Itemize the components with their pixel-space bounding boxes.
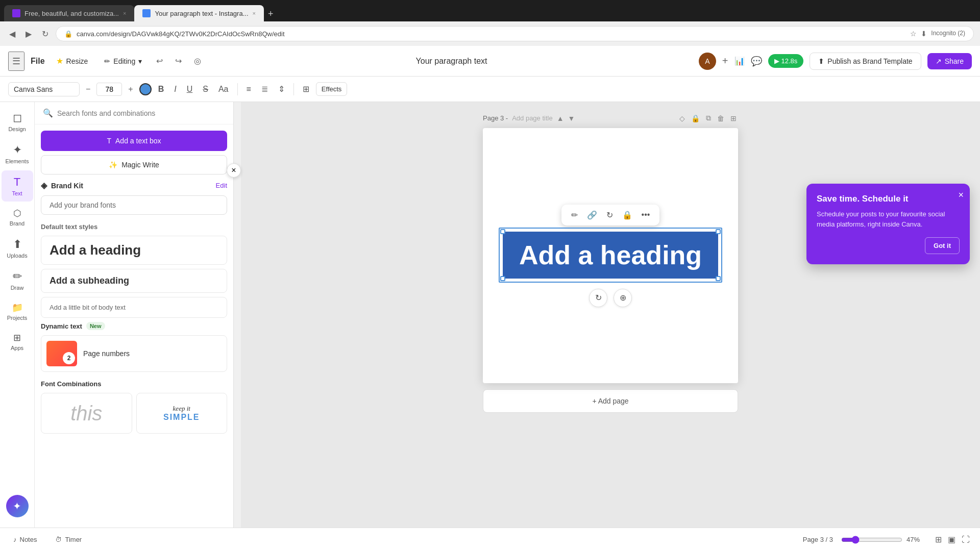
grid-view-button[interactable]: ⊞ xyxy=(933,533,944,546)
link-button[interactable]: 🔗 xyxy=(584,209,600,221)
more-options-button[interactable]: ••• xyxy=(639,209,653,221)
sidebar-item-design[interactable]: ◻ Design xyxy=(2,106,33,137)
notification-got-it-button[interactable]: Got it xyxy=(925,237,960,254)
handle-top-left[interactable] xyxy=(500,229,505,234)
font-selector[interactable]: Canva Sans xyxy=(8,82,80,96)
notification-title: Save time. Schedule it xyxy=(817,194,960,204)
delete-page-button[interactable]: 🗑 xyxy=(716,112,726,124)
brand-fonts-button[interactable]: Add your brand fonts xyxy=(41,195,227,215)
notes-button[interactable]: ♪ Notes xyxy=(8,533,42,546)
avatar[interactable]: A xyxy=(699,53,716,70)
underline-button[interactable]: U xyxy=(183,82,197,96)
redo-button[interactable]: ↪ xyxy=(172,53,185,69)
analytics-button[interactable]: 📊 xyxy=(734,56,745,66)
tab-label-2: Your paragraph text - Instagra... xyxy=(155,10,248,17)
lock-page-button[interactable]: 🔒 xyxy=(690,112,701,124)
font-size-input[interactable] xyxy=(96,83,122,96)
brand-kit-edit-button[interactable]: Edit xyxy=(216,182,227,189)
canvas-page[interactable]: ✏ 🔗 ↻ 🔒 ••• Add a heading xyxy=(483,128,738,383)
sidebar-item-text[interactable]: T Text xyxy=(2,170,33,202)
handle-bottom-right[interactable] xyxy=(716,276,721,281)
list-button[interactable]: ≣ xyxy=(258,82,272,96)
subheading-style-item[interactable]: Add a subheading xyxy=(41,269,227,293)
page-down-button[interactable]: ▼ xyxy=(568,114,575,122)
handle-top-right[interactable] xyxy=(716,229,721,234)
refresh-button[interactable]: ↻ xyxy=(39,27,52,41)
resize-button[interactable]: ★ Resize xyxy=(51,53,93,69)
add-textbox-button[interactable]: T Add a text box xyxy=(41,131,227,151)
browser-tab-1[interactable]: Free, beautiful, and customiza... × xyxy=(4,5,134,21)
magic-assistant-button[interactable]: ✦ xyxy=(6,495,29,517)
publish-icon: ⬆ xyxy=(818,57,824,65)
share-button[interactable]: ↗ Share xyxy=(927,53,972,69)
canvas-area[interactable]: Page 3 - Add page title ▲ ▼ ◇ 🔒 ⧉ 🗑 ⊞ ✏ … xyxy=(241,102,980,528)
add-page-button[interactable]: + Add page xyxy=(483,389,738,413)
page-title-placeholder[interactable]: Add page title xyxy=(512,114,553,122)
element-rotate-button[interactable]: ↻ xyxy=(589,289,607,307)
secure-icon: 🔒 xyxy=(64,30,72,38)
sidebar-item-apps[interactable]: ⊞ Apps xyxy=(2,327,33,356)
resize-star-icon: ★ xyxy=(56,56,63,66)
back-button[interactable]: ◀ xyxy=(6,27,18,41)
sidebar-item-elements[interactable]: ✦ Elements xyxy=(2,138,33,169)
zoom-slider[interactable] xyxy=(841,536,902,544)
lock-element-button[interactable]: 🔒 xyxy=(620,209,635,221)
rotate-button[interactable]: ↻ xyxy=(604,209,616,221)
font-combo-item-2[interactable]: keep it SIMPLE xyxy=(136,393,228,434)
text-color-button[interactable] xyxy=(139,83,152,95)
view-code-button[interactable]: ◇ xyxy=(678,112,687,124)
align-button[interactable]: ≡ xyxy=(243,82,255,96)
fullscreen-button[interactable]: ⛶ xyxy=(960,533,972,546)
browser-tab-2[interactable]: Your paragraph text - Instagra... × xyxy=(134,5,264,21)
tab-close-2[interactable]: × xyxy=(253,10,256,16)
handle-bottom-left[interactable] xyxy=(500,276,505,281)
address-bar[interactable]: 🔒 canva.com/design/DAGVwk84gKQ/2TWv0K2Dr… xyxy=(56,26,974,41)
bookmark-icon[interactable]: ☆ xyxy=(910,30,917,38)
heading-text[interactable]: Add a heading xyxy=(503,232,718,279)
page-controls: ◇ 🔒 ⧉ 🗑 ⊞ xyxy=(678,112,738,124)
page-numbers-item[interactable]: 2 Page numbers xyxy=(41,335,227,372)
comment-button[interactable]: 💬 xyxy=(751,56,762,67)
italic-button[interactable]: I xyxy=(170,82,180,96)
spacing-button[interactable]: ⇕ xyxy=(275,82,288,96)
more-page-options-button[interactable]: ⊞ xyxy=(729,112,738,124)
sidebar-item-uploads[interactable]: ⬆ Uploads xyxy=(2,233,33,264)
page-up-button[interactable]: ▲ xyxy=(557,114,564,122)
font-size-increase-button[interactable]: + xyxy=(125,83,136,96)
add-collaborator-button[interactable]: + xyxy=(722,55,728,67)
search-input[interactable] xyxy=(57,109,225,117)
grid-button[interactable]: ⊞ xyxy=(299,82,313,96)
copy-page-button[interactable]: ⧉ xyxy=(704,112,713,124)
bold-button[interactable]: B xyxy=(155,82,168,96)
hamburger-button[interactable]: ☰ xyxy=(8,52,24,71)
editing-button[interactable]: ✏ Editing ▾ xyxy=(99,54,147,68)
magic-write-button[interactable]: ✨ Magic Write xyxy=(41,155,227,174)
add-tab-button[interactable]: + xyxy=(264,7,278,21)
edit-element-button[interactable]: ✏ xyxy=(569,209,580,221)
canvas-heading-element[interactable]: Add a heading xyxy=(503,232,718,279)
forward-button[interactable]: ▶ xyxy=(22,27,35,41)
undo-button[interactable]: ↩ xyxy=(153,53,166,69)
strikethrough-button[interactable]: S xyxy=(199,82,212,96)
present-button[interactable]: ▶ 12.8s xyxy=(768,54,804,68)
timer-button[interactable]: ⏱ Timer xyxy=(50,533,87,546)
case-button[interactable]: Aa xyxy=(215,82,232,96)
font-combo-item-1[interactable]: this xyxy=(41,393,132,434)
font-size-decrease-button[interactable]: − xyxy=(83,83,93,96)
download-icon[interactable]: ⬇ xyxy=(921,30,927,38)
sidebar-item-projects[interactable]: 📁 Projects xyxy=(2,297,33,326)
sidebar-item-brand[interactable]: ⬡ Brand xyxy=(2,203,33,232)
body-style-item[interactable]: Add a little bit of body text xyxy=(41,297,227,318)
brand-kit-title-text: Brand Kit xyxy=(51,182,83,190)
slideshow-button[interactable]: ▣ xyxy=(946,533,958,546)
tab-close-1[interactable]: × xyxy=(123,10,126,16)
magic-button[interactable]: ◎ xyxy=(191,53,204,69)
element-add-button[interactable]: ⊕ xyxy=(614,289,632,307)
notification-close-button[interactable]: × xyxy=(958,190,964,201)
file-button[interactable]: File xyxy=(31,57,45,66)
publish-button[interactable]: ⬆ Publish as Brand Template xyxy=(810,53,921,70)
heading-style-item[interactable]: Add a heading xyxy=(41,236,227,265)
sidebar-item-draw[interactable]: ✏ Draw xyxy=(2,265,33,296)
panel-close-button[interactable]: × xyxy=(227,163,241,178)
effects-button[interactable]: Effects xyxy=(316,82,348,96)
